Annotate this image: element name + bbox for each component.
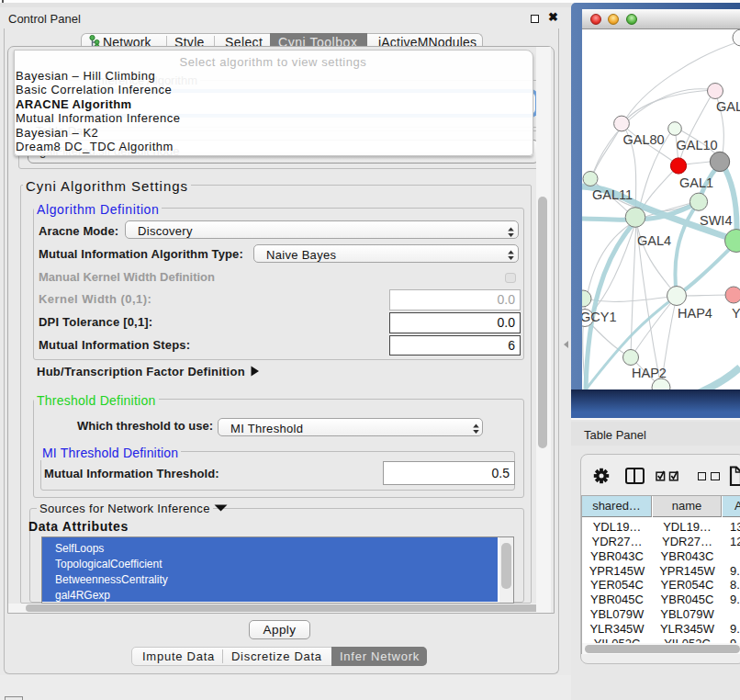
svg-text:HAP2: HAP2 [632,366,667,380]
svg-text:Y: Y [732,306,740,321]
svg-text:SWI4: SWI4 [700,213,732,228]
svg-text:GAL80: GAL80 [623,132,665,147]
svg-text:GCY1: GCY1 [582,310,617,324]
svg-text:GAL10: GAL10 [677,138,718,152]
svg-text:HAP4: HAP4 [678,306,712,321]
svg-text:GAL11: GAL11 [592,187,633,202]
svg-text:GAL4: GAL4 [637,233,671,248]
svg-text:GAL1: GAL1 [679,175,713,190]
svg-text:GAL7: GAL7 [716,99,740,114]
